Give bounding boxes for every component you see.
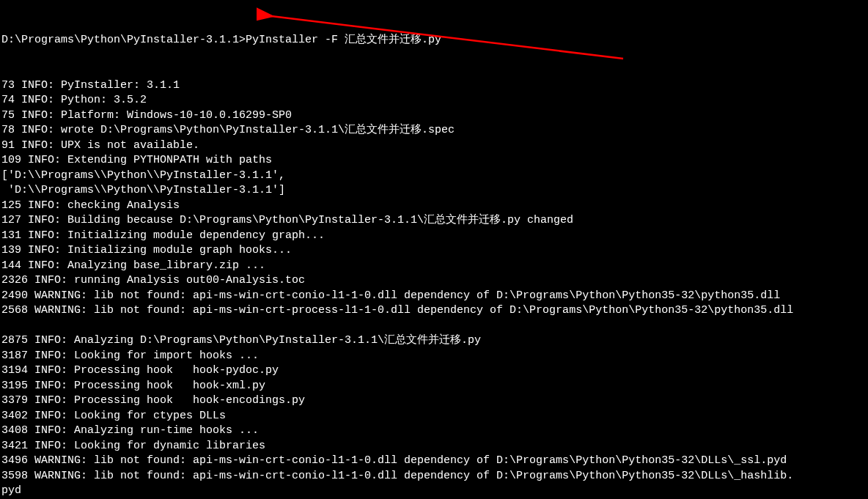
output-line: 127 INFO: Building because D:\Programs\P…	[1, 213, 867, 229]
output-line: 131 INFO: Initializing module dependency…	[1, 229, 867, 244]
output-lines: 73 INFO: PyInstaller: 3.1.174 INFO: Pyth…	[1, 78, 867, 500]
output-line: 3187 INFO: Looking for import hooks ...	[1, 349, 867, 364]
output-line: 3194 INFO: Processing hook hook-pydoc.py	[1, 363, 867, 379]
output-line: 125 INFO: checking Analysis	[1, 199, 867, 214]
output-line: 2326 INFO: running Analysis out00-Analys…	[1, 273, 867, 289]
output-line: 3421 INFO: Looking for dynamic libraries	[1, 439, 867, 454]
output-line: 74 INFO: Python: 3.5.2	[1, 93, 867, 108]
output-line: 2568 WARNING: lib not found: api-ms-win-…	[1, 303, 867, 319]
output-line: 3408 INFO: Analyzing run-time hooks ...	[1, 424, 867, 439]
output-line: pyd	[1, 484, 867, 499]
terminal-output[interactable]: D:\Programs\Python\PyInstaller-3.1.1>PyI…	[0, 0, 868, 499]
output-line: 3402 INFO: Looking for ctypes DLLs	[1, 409, 867, 424]
output-line: 3598 WARNING: lib not found: api-ms-win-…	[1, 469, 867, 484]
output-line: 'D:\\Programs\\Python\\PyInstaller-3.1.1…	[1, 183, 867, 199]
output-line	[1, 319, 867, 334]
output-line: 3496 WARNING: lib not found: api-ms-win-…	[1, 454, 867, 469]
output-line: 139 INFO: Initializing module graph hook…	[1, 243, 867, 259]
output-line: 109 INFO: Extending PYTHONPATH with path…	[1, 153, 867, 169]
output-line: 2875 INFO: Analyzing D:\Programs\Python\…	[1, 333, 867, 349]
output-line: 91 INFO: UPX is not available.	[1, 138, 867, 154]
output-line: 3195 INFO: Processing hook hook-xml.py	[1, 379, 867, 394]
output-line: 3379 INFO: Processing hook hook-encoding…	[1, 393, 867, 409]
output-line: 75 INFO: Platform: Windows-10-10.0.16299…	[1, 108, 867, 124]
output-line: ['D:\\Programs\\Python\\PyInstaller-3.1.…	[1, 169, 867, 184]
output-line: 78 INFO: wrote D:\Programs\Python\PyInst…	[1, 123, 867, 138]
output-line: 73 INFO: PyInstaller: 3.1.1	[1, 78, 867, 94]
command-prompt-line: D:\Programs\Python\PyInstaller-3.1.1>PyI…	[1, 33, 867, 48]
output-line: 144 INFO: Analyzing base_library.zip ...	[1, 259, 867, 274]
output-line: 2490 WARNING: lib not found: api-ms-win-…	[1, 289, 867, 304]
